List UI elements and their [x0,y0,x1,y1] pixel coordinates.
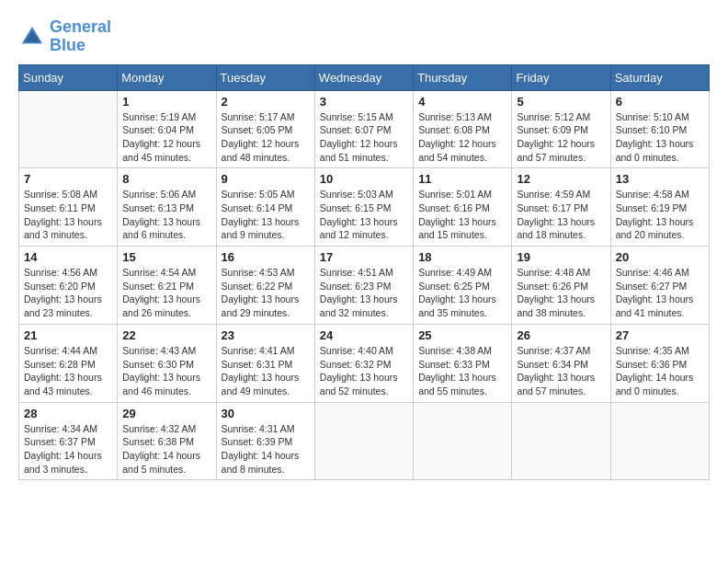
calendar-cell: 8Sunrise: 5:06 AMSunset: 6:13 PMDaylight… [118,168,216,247]
day-info: Sunrise: 5:01 AMSunset: 6:16 PMDaylight:… [418,188,506,242]
day-number: 21 [24,328,112,342]
weekday-header-saturday: Saturday [610,64,709,90]
day-info: Sunrise: 5:08 AMSunset: 6:11 PMDaylight:… [24,188,112,242]
day-info: Sunrise: 5:12 AMSunset: 6:09 PMDaylight:… [517,110,605,165]
weekday-header-wednesday: Wednesday [314,64,413,90]
day-number: 29 [122,407,210,420]
calendar-cell: 10Sunrise: 5:03 AMSunset: 6:15 PMDayligh… [314,168,413,247]
calendar-cell: 15Sunrise: 4:54 AMSunset: 6:21 PMDayligh… [118,247,216,325]
day-info: Sunrise: 4:34 AMSunset: 6:37 PMDaylight:… [24,422,112,477]
day-info: Sunrise: 4:31 AMSunset: 6:39 PMDaylight:… [222,422,310,477]
calendar-cell: 16Sunrise: 4:53 AMSunset: 6:22 PMDayligh… [216,247,314,325]
day-info: Sunrise: 5:05 AMSunset: 6:14 PMDaylight:… [222,188,310,242]
day-info: Sunrise: 4:38 AMSunset: 6:33 PMDaylight:… [418,344,506,398]
day-number: 20 [616,250,704,264]
day-number: 17 [320,250,408,264]
day-info: Sunrise: 4:54 AMSunset: 6:21 PMDaylight:… [122,266,210,320]
calendar-cell: 22Sunrise: 4:43 AMSunset: 6:30 PMDayligh… [118,324,216,402]
logo-text: General Blue [50,18,111,55]
day-number: 10 [320,172,408,186]
calendar-cell: 9Sunrise: 5:05 AMSunset: 6:14 PMDaylight… [216,168,314,247]
day-number: 9 [222,172,310,186]
calendar-table: SundayMondayTuesdayWednesdayThursdayFrid… [18,64,710,481]
calendar-cell: 21Sunrise: 4:44 AMSunset: 6:28 PMDayligh… [19,324,118,402]
day-info: Sunrise: 4:37 AMSunset: 6:34 PMDaylight:… [517,344,605,398]
day-info: Sunrise: 5:13 AMSunset: 6:08 PMDaylight:… [418,110,506,165]
day-info: Sunrise: 5:15 AMSunset: 6:07 PMDaylight:… [320,110,408,165]
day-info: Sunrise: 5:10 AMSunset: 6:10 PMDaylight:… [616,110,704,165]
day-number: 14 [24,250,112,264]
day-number: 18 [418,250,506,264]
day-number: 11 [418,172,506,186]
calendar-cell: 7Sunrise: 5:08 AMSunset: 6:11 PMDaylight… [19,168,118,247]
day-info: Sunrise: 5:06 AMSunset: 6:13 PMDaylight:… [122,188,210,242]
day-info: Sunrise: 4:32 AMSunset: 6:38 PMDaylight:… [122,422,210,477]
day-info: Sunrise: 5:17 AMSunset: 6:05 PMDaylight:… [222,110,310,165]
day-info: Sunrise: 4:58 AMSunset: 6:19 PMDaylight:… [616,188,704,242]
calendar-cell: 12Sunrise: 4:59 AMSunset: 6:17 PMDayligh… [512,168,610,247]
page-header: General Blue [18,18,710,55]
day-number: 12 [517,172,605,186]
calendar-cell: 5Sunrise: 5:12 AMSunset: 6:09 PMDaylight… [512,90,610,168]
day-info: Sunrise: 4:49 AMSunset: 6:25 PMDaylight:… [418,266,506,320]
day-number: 26 [517,328,605,342]
weekday-header-friday: Friday [512,64,610,90]
calendar-cell [19,90,118,168]
calendar-cell: 20Sunrise: 4:46 AMSunset: 6:27 PMDayligh… [610,247,709,325]
calendar-cell: 6Sunrise: 5:10 AMSunset: 6:10 PMDaylight… [610,90,709,168]
calendar-cell: 30Sunrise: 4:31 AMSunset: 6:39 PMDayligh… [216,402,314,480]
day-number: 7 [24,172,112,186]
day-number: 3 [320,95,408,109]
day-info: Sunrise: 4:51 AMSunset: 6:23 PMDaylight:… [320,266,408,320]
day-number: 25 [418,328,506,342]
day-info: Sunrise: 4:46 AMSunset: 6:27 PMDaylight:… [616,266,704,320]
logo: General Blue [18,18,111,55]
calendar-cell: 29Sunrise: 4:32 AMSunset: 6:38 PMDayligh… [118,402,216,480]
calendar-cell: 27Sunrise: 4:35 AMSunset: 6:36 PMDayligh… [610,324,709,402]
day-number: 30 [222,407,310,420]
calendar-cell: 19Sunrise: 4:48 AMSunset: 6:26 PMDayligh… [512,247,610,325]
day-info: Sunrise: 4:44 AMSunset: 6:28 PMDaylight:… [24,344,112,398]
day-number: 28 [24,407,112,420]
calendar-cell: 14Sunrise: 4:56 AMSunset: 6:20 PMDayligh… [19,247,118,325]
day-number: 2 [222,95,310,109]
calendar-cell [610,402,709,480]
day-number: 27 [616,328,704,342]
calendar-cell: 25Sunrise: 4:38 AMSunset: 6:33 PMDayligh… [414,324,512,402]
calendar-cell [512,402,610,480]
day-number: 4 [418,95,506,109]
calendar-cell: 1Sunrise: 5:19 AMSunset: 6:04 PMDaylight… [118,90,216,168]
day-number: 6 [616,95,704,109]
day-number: 15 [122,250,210,264]
calendar-cell: 24Sunrise: 4:40 AMSunset: 6:32 PMDayligh… [314,324,413,402]
day-number: 8 [122,172,210,186]
day-info: Sunrise: 5:19 AMSunset: 6:04 PMDaylight:… [122,110,210,165]
weekday-header-monday: Monday [118,64,216,90]
calendar-cell [314,402,413,480]
day-info: Sunrise: 4:48 AMSunset: 6:26 PMDaylight:… [517,266,605,320]
calendar-cell: 17Sunrise: 4:51 AMSunset: 6:23 PMDayligh… [314,247,413,325]
calendar-cell: 26Sunrise: 4:37 AMSunset: 6:34 PMDayligh… [512,324,610,402]
day-number: 22 [122,328,210,342]
calendar-cell: 13Sunrise: 4:58 AMSunset: 6:19 PMDayligh… [610,168,709,247]
calendar-cell: 23Sunrise: 4:41 AMSunset: 6:31 PMDayligh… [216,324,314,402]
calendar-cell: 2Sunrise: 5:17 AMSunset: 6:05 PMDaylight… [216,90,314,168]
day-number: 24 [320,328,408,342]
calendar-cell: 18Sunrise: 4:49 AMSunset: 6:25 PMDayligh… [414,247,512,325]
day-info: Sunrise: 4:59 AMSunset: 6:17 PMDaylight:… [517,188,605,242]
weekday-header-thursday: Thursday [414,64,512,90]
day-number: 19 [517,250,605,264]
day-info: Sunrise: 4:56 AMSunset: 6:20 PMDaylight:… [24,266,112,320]
day-number: 23 [222,328,310,342]
day-info: Sunrise: 4:41 AMSunset: 6:31 PMDaylight:… [222,344,310,398]
calendar-cell: 11Sunrise: 5:01 AMSunset: 6:16 PMDayligh… [414,168,512,247]
weekday-header-tuesday: Tuesday [216,64,314,90]
day-info: Sunrise: 4:35 AMSunset: 6:36 PMDaylight:… [616,344,704,398]
calendar-cell: 4Sunrise: 5:13 AMSunset: 6:08 PMDaylight… [414,90,512,168]
day-info: Sunrise: 4:40 AMSunset: 6:32 PMDaylight:… [320,344,408,398]
calendar-cell [414,402,512,480]
day-number: 13 [616,172,704,186]
day-number: 5 [517,95,605,109]
calendar-cell: 3Sunrise: 5:15 AMSunset: 6:07 PMDaylight… [314,90,413,168]
weekday-header-sunday: Sunday [19,64,118,90]
